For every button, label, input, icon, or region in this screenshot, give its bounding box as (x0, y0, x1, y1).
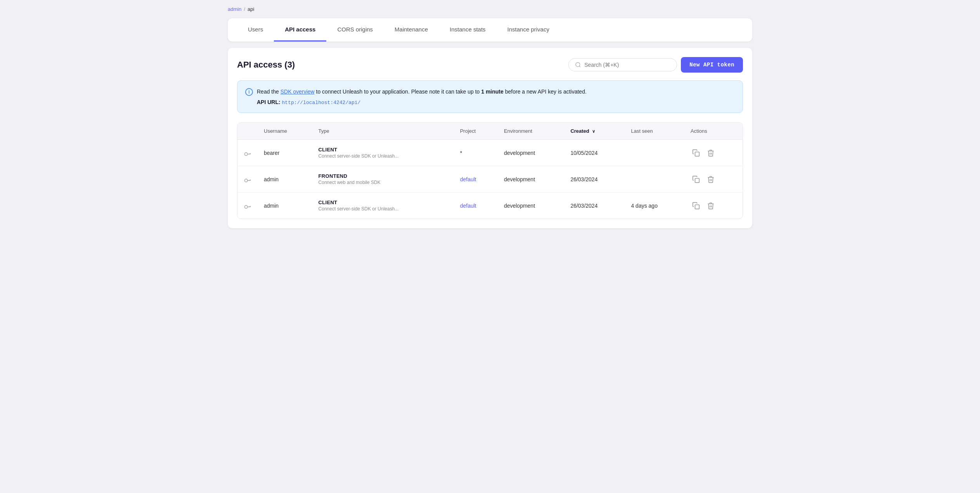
copy-token-button-1[interactable] (691, 174, 701, 185)
search-input[interactable] (584, 62, 670, 68)
info-text-before-link: Read the (257, 89, 280, 95)
col-environment: Environment (498, 123, 564, 140)
col-created[interactable]: Created ∨ (564, 123, 625, 140)
info-text-after-link: to connect Unleash to your application. … (315, 89, 481, 95)
tabs-card: UsersAPI accessCORS originsMaintenanceIn… (228, 18, 752, 42)
api-url-line: API URL: http://localhost:4242/api/ (257, 99, 735, 106)
row-last-seen-2: 4 days ago (625, 193, 684, 219)
svg-point-12 (245, 205, 248, 208)
svg-rect-6 (695, 152, 700, 156)
row-created-1: 26/03/2024 (564, 166, 625, 193)
row-type-1: FRONTEND Connect web and mobile SDK (312, 166, 454, 193)
row-key-icon-1 (237, 166, 258, 193)
tokens-table-container: Username Type Project Environment Create… (237, 122, 743, 219)
info-banner-text: Read the SDK overview to connect Unleash… (257, 88, 587, 96)
breadcrumb-separator: / (244, 6, 245, 12)
top-bar-right: New API token (568, 57, 743, 73)
row-created-0: 10/05/2024 (564, 140, 625, 166)
row-username-2: admin (258, 193, 312, 219)
col-project: Project (454, 123, 498, 140)
row-project-1[interactable]: default (454, 166, 498, 193)
top-bar: API access (3) New API token (237, 57, 743, 73)
tab-instance-stats[interactable]: Instance stats (439, 18, 497, 42)
col-icon (237, 123, 258, 140)
tab-maintenance[interactable]: Maintenance (384, 18, 439, 42)
row-actions-0 (684, 140, 743, 166)
api-url-label: API URL: (257, 99, 280, 105)
svg-rect-11 (695, 178, 700, 182)
row-environment-0: development (498, 140, 564, 166)
sdk-overview-link[interactable]: SDK overview (280, 89, 315, 95)
breadcrumb-current: api (248, 6, 254, 12)
tab-cors-origins[interactable]: CORS origins (326, 18, 384, 42)
row-username-0: bearer (258, 140, 312, 166)
row-environment-1: development (498, 166, 564, 193)
api-url-value: http://localhost:4242/api/ (282, 100, 361, 106)
row-type-2: CLIENT Connect server-side SDK or Unleas… (312, 193, 454, 219)
tab-instance-privacy[interactable]: Instance privacy (497, 18, 560, 42)
delete-token-button-0[interactable] (705, 148, 716, 158)
table-row: bearer CLIENT Connect server-side SDK or… (237, 140, 743, 166)
row-key-icon-2 (237, 193, 258, 219)
tab-api-access[interactable]: API access (274, 18, 326, 42)
table-row: admin CLIENT Connect server-side SDK or … (237, 193, 743, 219)
row-key-icon-0 (237, 140, 258, 166)
tokens-table: Username Type Project Environment Create… (237, 123, 743, 219)
info-bold-text: 1 minute (481, 89, 504, 95)
col-actions: Actions (684, 123, 743, 140)
table-header: Username Type Project Environment Create… (237, 123, 743, 140)
row-actions-1 (684, 166, 743, 193)
copy-token-button-2[interactable] (691, 200, 701, 211)
svg-point-2 (245, 153, 248, 156)
delete-token-button-2[interactable] (705, 200, 716, 211)
sort-arrow-icon: ∨ (592, 129, 595, 134)
row-username-1: admin (258, 166, 312, 193)
table-body: bearer CLIENT Connect server-side SDK or… (237, 140, 743, 219)
search-icon (575, 62, 581, 68)
tab-users[interactable]: Users (237, 18, 274, 42)
col-username: Username (258, 123, 312, 140)
tabs-nav: UsersAPI accessCORS originsMaintenanceIn… (237, 18, 743, 42)
col-type: Type (312, 123, 454, 140)
page-title: API access (3) (237, 60, 295, 70)
row-environment-2: development (498, 193, 564, 219)
delete-token-button-1[interactable] (705, 174, 716, 185)
row-project-0: * (454, 140, 498, 166)
row-actions-2 (684, 193, 743, 219)
row-created-2: 26/03/2024 (564, 193, 625, 219)
row-last-seen-1 (625, 166, 684, 193)
breadcrumb-admin[interactable]: admin (228, 6, 241, 12)
svg-rect-16 (695, 205, 700, 209)
row-type-0: CLIENT Connect server-side SDK or Unleas… (312, 140, 454, 166)
row-project-2[interactable]: default (454, 193, 498, 219)
svg-point-7 (245, 179, 248, 182)
info-banner: i Read the SDK overview to connect Unlea… (237, 80, 743, 113)
info-icon: i (245, 88, 253, 96)
row-last-seen-0 (625, 140, 684, 166)
breadcrumb: admin / api (228, 6, 752, 12)
svg-line-1 (579, 66, 580, 67)
main-content: API access (3) New API token i Read the … (228, 48, 752, 228)
info-text-end: before a new API key is activated. (504, 89, 587, 95)
col-last-seen: Last seen (625, 123, 684, 140)
new-api-token-button[interactable]: New API token (681, 57, 743, 73)
table-row: admin FRONTEND Connect web and mobile SD… (237, 166, 743, 193)
svg-point-0 (576, 62, 580, 67)
copy-token-button-0[interactable] (691, 148, 701, 158)
search-box[interactable] (568, 58, 677, 71)
